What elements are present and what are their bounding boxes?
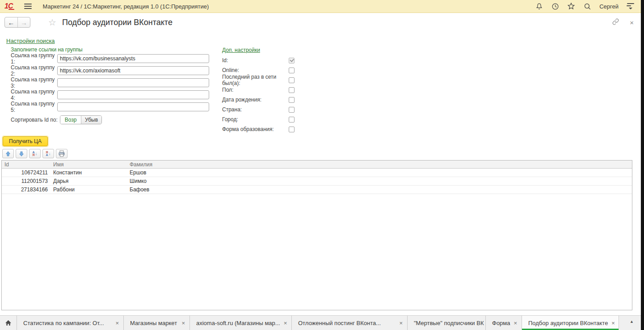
group-link-2-input[interactable]	[57, 66, 209, 75]
get-audience-button[interactable]: Получить ЦА	[3, 136, 48, 146]
checkbox-label: Id:	[222, 57, 289, 63]
column-header-name[interactable]: Имя	[51, 161, 127, 168]
cell-id: 271834166	[2, 186, 51, 194]
table-toolbar: АЯ ↓ ЯА ↓	[2, 149, 67, 158]
birthdate-checkbox[interactable]	[289, 97, 295, 103]
group-link-row: Ссылка на группу 3:	[11, 78, 209, 87]
nav-buttons: ← →	[4, 17, 30, 28]
group-link-1-input[interactable]	[57, 54, 209, 63]
cell-id: 112001573	[2, 177, 51, 185]
last-seen-checkbox[interactable]	[289, 77, 295, 83]
tab-close-icon[interactable]: ×	[399, 320, 403, 326]
cell-name: Константин	[51, 169, 127, 177]
get-link-icon[interactable]	[612, 18, 619, 27]
table-row[interactable]: 271834166 Раббони Бафоев	[2, 186, 632, 194]
results-table: Id Имя Фамилия 106724211 Константин Ершо…	[1, 160, 632, 310]
group-link-row: Ссылка на группу 2:	[11, 66, 209, 75]
screen-edge-strip	[641, 0, 644, 330]
add-favorite-star-icon[interactable]: ☆	[48, 18, 56, 27]
tab-label: Форма	[492, 320, 510, 326]
tab-label: Отложенный постинг ВКонта...	[298, 320, 381, 326]
group-link-5-label: Ссылка на группу 5:	[11, 101, 57, 113]
search-icon[interactable]	[583, 2, 591, 10]
cell-id: 106724211	[2, 169, 51, 177]
extra-settings-link[interactable]: Доп. настройки	[222, 47, 260, 53]
cell-name: Дарья	[51, 177, 127, 185]
table-row[interactable]: 112001573 Дарья Шимко	[2, 177, 632, 186]
home-tab[interactable]	[0, 316, 17, 330]
tab-delayed-posting[interactable]: Отложенный постинг ВКонта... ×	[292, 316, 408, 330]
group-link-3-label: Ссылка на группу 3:	[11, 76, 57, 89]
move-up-button[interactable]	[2, 149, 14, 158]
group-link-row: Ссылка на группу 4:	[11, 90, 209, 99]
sort-descending-icon[interactable]: ЯА ↓	[42, 149, 54, 158]
sort-row: Сортировать Id по: Возр Убыв	[11, 115, 102, 124]
check-row-id: Id:	[222, 55, 295, 65]
checkbox-label: Город:	[222, 116, 289, 123]
column-header-surname[interactable]: Фамилия	[127, 161, 632, 168]
collapse-tabbar-icon[interactable]: ▲	[630, 319, 634, 324]
group-link-1-label: Ссылка на группу 1:	[11, 52, 57, 65]
main-menu-icon[interactable]	[24, 4, 32, 9]
group-link-row: Ссылка на группу 5:	[11, 102, 209, 111]
online-checkbox[interactable]	[289, 68, 295, 73]
check-row-birthdate: Дата рождения:	[222, 95, 295, 105]
back-button[interactable]: ←	[5, 17, 17, 27]
current-user[interactable]: Сергей	[599, 3, 619, 10]
tab-axioma-soft[interactable]: axioma-soft.ru (Магазины мар... ×	[190, 316, 292, 330]
tab-form[interactable]: Форма ×	[486, 316, 522, 330]
group-links-block: Ссылка на группу 1: Ссылка на группу 2: …	[11, 54, 209, 114]
group-link-3-input[interactable]	[57, 78, 209, 87]
id-checkbox[interactable]	[289, 58, 295, 63]
window-title: Маркетинг 24 / 1С:Маркетинг, редакция 1.…	[42, 3, 209, 10]
check-row-last-seen: Последний раз в сети был(а):	[222, 75, 295, 85]
checkbox-label: Страна:	[222, 106, 289, 113]
education-checkbox[interactable]	[289, 127, 295, 132]
tab-vk-audience[interactable]: Подбор аудитории ВКонтакте ×	[522, 316, 619, 330]
move-down-button[interactable]	[16, 149, 27, 158]
cell-name: Раббони	[51, 186, 127, 194]
tab-market-shops[interactable]: Магазины маркет ×	[124, 316, 190, 330]
sort-asc-button[interactable]: Возр	[60, 116, 81, 124]
tab-campaign-stats[interactable]: Статистика по кампании: От... ×	[17, 316, 124, 330]
tab-close-icon[interactable]: ×	[514, 320, 518, 326]
favorites-star-icon[interactable]	[567, 2, 575, 10]
cell-surname: Шимко	[127, 177, 632, 185]
check-row-education: Форма образования:	[222, 124, 295, 134]
column-header-id[interactable]: Id	[2, 161, 51, 168]
notifications-bell-icon[interactable]	[535, 2, 543, 10]
page-title: Подбор аудитории ВКонтакте	[62, 18, 173, 27]
checkbox-label: Дата рождения:	[222, 97, 289, 103]
checkbox-label: Форма образования:	[222, 126, 289, 132]
country-checkbox[interactable]	[289, 107, 295, 113]
tab-close-icon[interactable]: ×	[611, 320, 615, 326]
service-menu-icon[interactable]	[627, 3, 635, 9]
sort-ascending-icon[interactable]: АЯ ↓	[29, 149, 41, 158]
tab-close-icon[interactable]: ×	[181, 320, 185, 326]
tab-close-icon[interactable]: ×	[115, 320, 119, 326]
history-icon[interactable]	[551, 2, 559, 10]
app-window: 1С Маркетинг 24 / 1С:Маркетинг, редакция…	[0, 0, 644, 330]
sort-label: Сортировать Id по:	[11, 117, 60, 123]
1c-logo: 1С	[4, 2, 13, 10]
table-row[interactable]: 106724211 Константин Ершов	[2, 169, 632, 177]
forward-button[interactable]: →	[17, 17, 30, 27]
tab-dead-subscribers[interactable]: "Мертвые" подписчики ВК ×	[408, 316, 486, 330]
sort-toggle-group: Возр Убыв	[60, 115, 102, 124]
sex-checkbox[interactable]	[289, 87, 295, 93]
tab-label: axioma-soft.ru (Магазины мар...	[196, 320, 280, 326]
group-link-4-label: Ссылка на группу 4:	[11, 89, 57, 101]
close-form-icon[interactable]: ×	[630, 19, 634, 26]
groups-caption: Заполните ссылки на группы	[11, 47, 83, 53]
city-checkbox[interactable]	[289, 117, 295, 123]
group-link-4-input[interactable]	[57, 90, 209, 99]
tab-close-icon[interactable]: ×	[284, 320, 287, 326]
sort-desc-button[interactable]: Убыв	[81, 116, 101, 124]
group-link-row: Ссылка на группу 1:	[11, 54, 209, 63]
search-settings-link[interactable]: Настройки поиска	[6, 38, 55, 44]
group-link-5-input[interactable]	[57, 102, 209, 111]
check-row-country: Страна:	[222, 105, 295, 114]
tab-label: "Мертвые" подписчики ВК	[414, 320, 484, 326]
print-icon[interactable]	[56, 149, 67, 158]
tab-label: Статистика по кампании: От...	[23, 320, 104, 326]
